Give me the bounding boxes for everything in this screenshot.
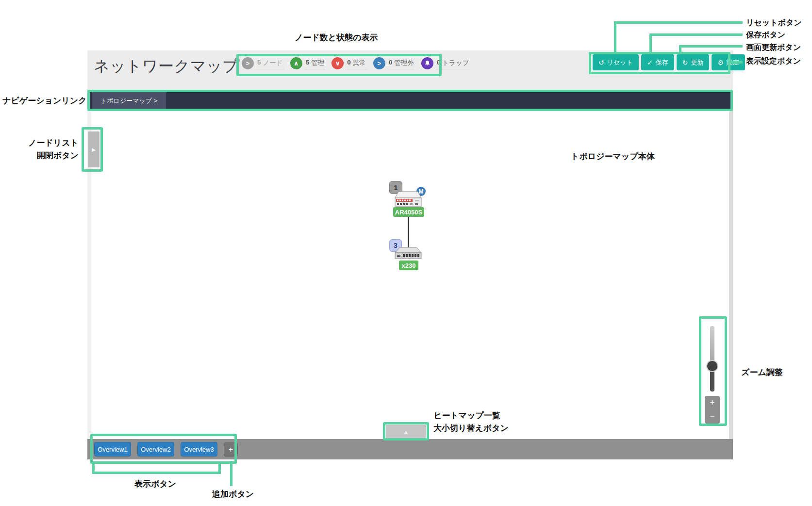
annotation-add-button: 追加ボタン xyxy=(212,489,254,500)
annotation-heatmap-1: ヒートマップ一覧 xyxy=(433,410,500,421)
overview1-button[interactable]: Overview1 xyxy=(94,442,131,457)
annotation-nodes-status: ノード数と状態の表示 xyxy=(295,32,378,43)
annotation-save: 保存ボタン xyxy=(746,30,785,40)
annotation-bracket-bottom xyxy=(92,472,221,474)
triangle-up-icon: ▲ xyxy=(403,428,409,435)
refresh-button[interactable]: ↻ 更新 xyxy=(677,54,710,70)
navigation-bar xyxy=(87,92,733,109)
status-badges: > 5ノード ∧ 5管理 ∨ 0異常 > 0管理外 0トラップ xyxy=(242,57,470,69)
zoom-out-button[interactable]: − xyxy=(705,410,720,424)
annotation-zoom-adjust: ズーム調整 xyxy=(741,367,783,378)
page-title: ネットワークマップ xyxy=(94,56,239,77)
annotation-topology-body: トポロジーマップ本体 xyxy=(571,151,655,162)
annotation-reset: リセットボタン xyxy=(746,18,802,28)
annotation-line-add xyxy=(230,461,232,486)
annotation-heatmap-2: 大小切り替えボタン xyxy=(433,423,509,434)
zoom-buttons: + − xyxy=(705,396,720,424)
overview2-button[interactable]: Overview2 xyxy=(137,442,174,457)
annotation-line-reset xyxy=(614,21,743,24)
chevron-down-icon: ∨ xyxy=(331,57,344,69)
gear-icon: ⚙ xyxy=(717,59,724,66)
annotation-bracket-right xyxy=(218,461,221,474)
badge-abnormal[interactable]: ∨ 0異常 xyxy=(331,57,367,69)
screenshot-root: ネットワークマップ > 5ノード ∧ 5管理 ∨ 0異常 > 0管理外 0トラッ… xyxy=(0,0,812,506)
annotation-display-buttons: 表示ボタン xyxy=(134,478,176,490)
annotation-line-reset-v xyxy=(614,21,616,52)
node-label[interactable]: x230 xyxy=(399,261,418,270)
switch-device-icon[interactable] xyxy=(395,247,422,262)
add-overview-button[interactable]: + xyxy=(224,442,238,457)
check-icon: ✓ xyxy=(647,59,653,66)
map-right-edge xyxy=(729,109,733,439)
annotation-line-save-v xyxy=(649,33,652,52)
badge-trap[interactable]: 0トラップ xyxy=(421,57,470,69)
badge-managed[interactable]: ∧ 5管理 xyxy=(290,57,326,69)
reset-button[interactable]: ↺ リセット xyxy=(593,54,639,70)
history-icon: ↺ xyxy=(598,59,604,66)
header-actions: ↺ リセット ✓ 保存 ↻ 更新 ⚙ 設定 xyxy=(593,54,745,70)
annotation-line-refresh xyxy=(679,45,743,48)
refresh-icon: ↻ xyxy=(682,59,688,66)
save-button[interactable]: ✓ 保存 xyxy=(641,54,674,70)
chevron-right-icon: > xyxy=(242,57,254,69)
zoom-in-button[interactable]: + xyxy=(705,396,720,410)
badge-unmanaged[interactable]: > 0管理外 xyxy=(373,57,415,69)
annotation-settings: 表示設定ボタン xyxy=(746,56,801,66)
annotation-refresh: 画面更新ボタン xyxy=(746,43,801,53)
annotation-line-save xyxy=(649,33,743,36)
zoom-slider-thumb[interactable] xyxy=(706,360,718,372)
bell-icon xyxy=(421,57,433,69)
annotation-node-list-2: 開閉ボタン xyxy=(28,150,79,161)
node-label[interactable]: AR4050S xyxy=(393,207,424,217)
chevron-right-icon: > xyxy=(373,57,385,69)
annotation-nav-link: ナビゲーションリンク xyxy=(2,95,87,106)
heatmap-list-toggle-button[interactable]: ▲ xyxy=(386,425,426,438)
title-info-icon xyxy=(234,58,240,63)
badge-nodes[interactable]: > 5ノード xyxy=(242,57,284,69)
chevron-up-icon: ∧ xyxy=(290,57,302,69)
node-list-toggle-button[interactable]: ▶ xyxy=(88,131,99,167)
triangle-right-icon: ▶ xyxy=(92,147,96,152)
annotation-line-refresh-v xyxy=(679,45,681,52)
annotation-line-settings xyxy=(728,61,743,64)
breadcrumb[interactable]: トポロジーマップ > xyxy=(92,92,166,109)
annotation-node-list-1: ノードリスト xyxy=(28,137,79,148)
overview3-button[interactable]: Overview3 xyxy=(181,442,217,457)
